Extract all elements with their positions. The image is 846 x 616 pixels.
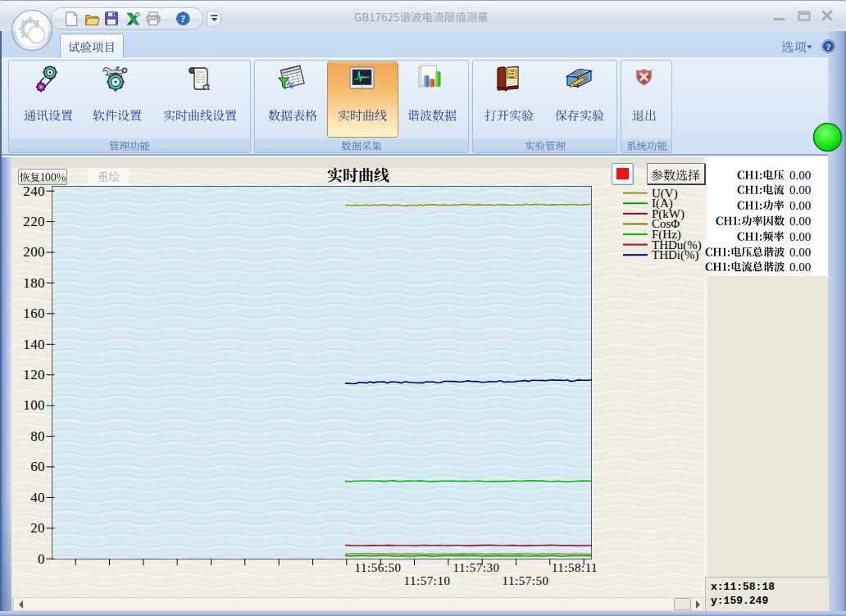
svg-text:THDi(%): THDi(%) (652, 248, 698, 262)
svg-text:20: 20 (30, 520, 45, 536)
svg-text:11:56:50: 11:56:50 (355, 561, 402, 574)
svg-text:11:57:10: 11:57:10 (404, 574, 451, 587)
svg-text:240: 240 (23, 183, 45, 199)
svg-text:200: 200 (23, 244, 45, 260)
svg-text:180: 180 (23, 275, 45, 291)
svg-text:60: 60 (30, 459, 45, 474)
svg-text:11:58:11: 11:58:11 (552, 561, 598, 574)
svg-text:140: 140 (23, 337, 45, 352)
svg-text:11:57:30: 11:57:30 (453, 561, 500, 574)
svg-text:160: 160 (23, 306, 45, 321)
svg-text:220: 220 (23, 214, 45, 229)
svg-text:80: 80 (30, 428, 45, 444)
svg-text:40: 40 (30, 490, 45, 505)
svg-text:120: 120 (23, 367, 45, 383)
svg-text:0: 0 (38, 551, 45, 567)
svg-text:100: 100 (23, 397, 45, 413)
svg-text:11:57:50: 11:57:50 (503, 574, 549, 587)
